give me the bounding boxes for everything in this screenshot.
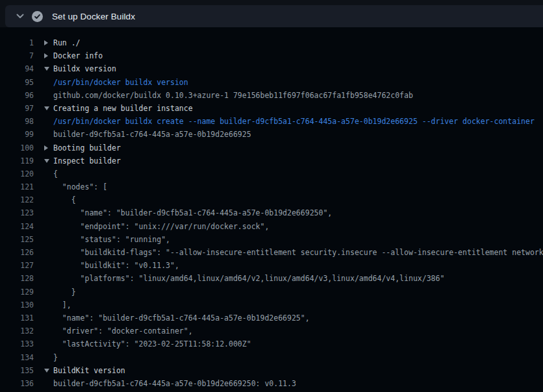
triangle-expanded-icon[interactable]: [44, 369, 49, 373]
log-line-text: Docker info: [53, 49, 103, 62]
line-number[interactable]: 129: [0, 286, 34, 299]
triangle-expanded-icon[interactable]: [44, 67, 49, 71]
log-line-content: /usr/bin/docker buildx version: [44, 76, 188, 89]
log-line-text: "driver": "docker-container",: [53, 325, 193, 337]
line-number[interactable]: 97: [0, 102, 34, 115]
line-number[interactable]: 119: [0, 154, 34, 167]
log-line: 135BuildKit version: [0, 364, 543, 377]
line-number[interactable]: 120: [0, 167, 34, 180]
log-line: 122 {: [0, 193, 543, 206]
log-line-content: "endpoint": "unix:///var/run/docker.sock…: [44, 220, 269, 233]
log-line-text: BuildKit version: [53, 364, 125, 377]
log-line-text: Inspect builder: [53, 154, 121, 167]
log-line-content[interactable]: Booting builder: [44, 141, 121, 154]
log-line-text: "platforms": "linux/amd64,linux/amd64/v2…: [53, 272, 444, 285]
log-line-text: Creating a new builder instance: [53, 102, 193, 115]
line-number[interactable]: 133: [0, 337, 34, 350]
log-lines: 1Run ./7Docker info94Buildx version95/us…: [0, 36, 543, 390]
log-line-text: "lastActivity": "2023-02-25T11:58:12.000…: [53, 337, 251, 350]
log-line-text: "status": "running",: [53, 233, 170, 246]
line-number[interactable]: 99: [0, 128, 34, 141]
line-number[interactable]: 122: [0, 193, 34, 206]
step-title: Set up Docker Buildx: [52, 12, 135, 21]
log-line-content[interactable]: BuildKit version: [44, 364, 125, 377]
triangle-collapsed-icon[interactable]: [44, 53, 48, 58]
log-line: 98/usr/bin/docker buildx create --name b…: [0, 115, 543, 128]
line-number[interactable]: 125: [0, 233, 34, 246]
line-number[interactable]: 128: [0, 272, 34, 285]
log-line-content: "name": "builder-d9cfb5a1-c764-445a-a57e…: [44, 206, 332, 219]
line-number[interactable]: 130: [0, 299, 34, 312]
line-number[interactable]: 98: [0, 115, 34, 128]
log-line: 134}: [0, 351, 543, 364]
line-number[interactable]: 131: [0, 312, 34, 325]
log-line-text: }: [53, 286, 76, 299]
log-line-content: "status": "running",: [44, 233, 170, 246]
step-header[interactable]: Set up Docker Buildx: [5, 5, 543, 27]
line-number[interactable]: 100: [0, 141, 34, 154]
log-line-content[interactable]: Docker info: [44, 49, 103, 62]
log-line-content: }: [44, 286, 76, 299]
log-line: 97Creating a new builder instance: [0, 102, 543, 115]
log-line: 133 "lastActivity": "2023-02-25T11:58:12…: [0, 337, 543, 350]
log-line-content: {: [44, 167, 58, 180]
log-line-content: builder-d9cfb5a1-c764-445a-a57e-0b19d2e6…: [44, 128, 251, 141]
line-number[interactable]: 95: [0, 76, 34, 89]
log-line-content: "platforms": "linux/amd64,linux/amd64/v2…: [44, 272, 444, 285]
log-line-content[interactable]: Run ./: [44, 36, 81, 49]
log-line-content[interactable]: Creating a new builder instance: [44, 102, 193, 115]
log-line-text: }: [53, 351, 58, 364]
log-line-text: Run ./: [53, 36, 81, 49]
log-line-text: "name": "builder-d9cfb5a1-c764-445a-a57e…: [53, 312, 310, 325]
log-line-content: builder-d9cfb5a1-c764-445a-a57e-0b19d2e6…: [44, 377, 296, 390]
log-line: 94Buildx version: [0, 62, 543, 75]
log-line: 119Inspect builder: [0, 154, 543, 167]
log-line: 131 "name": "builder-d9cfb5a1-c764-445a-…: [0, 312, 543, 325]
log-line-text: ],: [53, 299, 71, 312]
log-line-content: "buildkit": "v0.11.3",: [44, 259, 179, 272]
log-line: 95/usr/bin/docker buildx version: [0, 76, 543, 89]
line-number[interactable]: 126: [0, 246, 34, 259]
line-number[interactable]: 94: [0, 62, 34, 75]
log-line-text: "nodes": [: [53, 180, 107, 193]
triangle-expanded-icon[interactable]: [44, 106, 49, 110]
log-line-content: /usr/bin/docker buildx create --name bui…: [44, 115, 535, 128]
log-line: 120{: [0, 167, 543, 180]
log-line: 1Run ./: [0, 36, 543, 49]
line-number[interactable]: 7: [0, 49, 34, 62]
log-line: 130 ],: [0, 299, 543, 312]
line-number[interactable]: 127: [0, 259, 34, 272]
line-number[interactable]: 134: [0, 351, 34, 364]
log-line-content: "driver": "docker-container",: [44, 325, 193, 337]
log-line: 129 }: [0, 286, 543, 299]
triangle-expanded-icon[interactable]: [44, 159, 49, 163]
success-check-icon: [32, 11, 43, 22]
line-number[interactable]: 136: [0, 377, 34, 390]
line-number[interactable]: 135: [0, 364, 34, 377]
log-line: 99builder-d9cfb5a1-c764-445a-a57e-0b19d2…: [0, 128, 543, 141]
log-line: 127 "buildkit": "v0.11.3",: [0, 259, 543, 272]
line-number[interactable]: 132: [0, 325, 34, 337]
triangle-collapsed-icon[interactable]: [44, 40, 48, 45]
log-line-content[interactable]: Buildx version: [44, 62, 116, 75]
triangle-collapsed-icon[interactable]: [44, 145, 48, 151]
log-line-text: {: [53, 193, 76, 206]
log-line-content: {: [44, 193, 76, 206]
line-number[interactable]: 121: [0, 180, 34, 193]
log-line: 123 "name": "builder-d9cfb5a1-c764-445a-…: [0, 206, 543, 219]
log-line: 128 "platforms": "linux/amd64,linux/amd6…: [0, 272, 543, 285]
chevron-down-icon[interactable]: [16, 14, 24, 19]
line-number[interactable]: 96: [0, 89, 34, 102]
log-line-text: {: [53, 167, 58, 180]
line-number[interactable]: 124: [0, 220, 34, 233]
log-line-text: "endpoint": "unix:///var/run/docker.sock…: [53, 220, 269, 233]
line-number[interactable]: 1: [0, 36, 34, 49]
actions-log-viewer: Set up Docker Buildx 1Run ./7Docker info…: [0, 0, 543, 392]
line-number[interactable]: 123: [0, 206, 34, 219]
log-line-content[interactable]: Inspect builder: [44, 154, 121, 167]
log-line-text: github.com/docker/buildx 0.10.3+azure-1 …: [53, 89, 413, 102]
log-line-text: "name": "builder-d9cfb5a1-c764-445a-a57e…: [53, 206, 332, 219]
log-line: 126 "buildkitd-flags": "--allow-insecure…: [0, 246, 543, 259]
log-line-text: /usr/bin/docker buildx version: [53, 76, 188, 89]
log-line: 125 "status": "running",: [0, 233, 543, 246]
